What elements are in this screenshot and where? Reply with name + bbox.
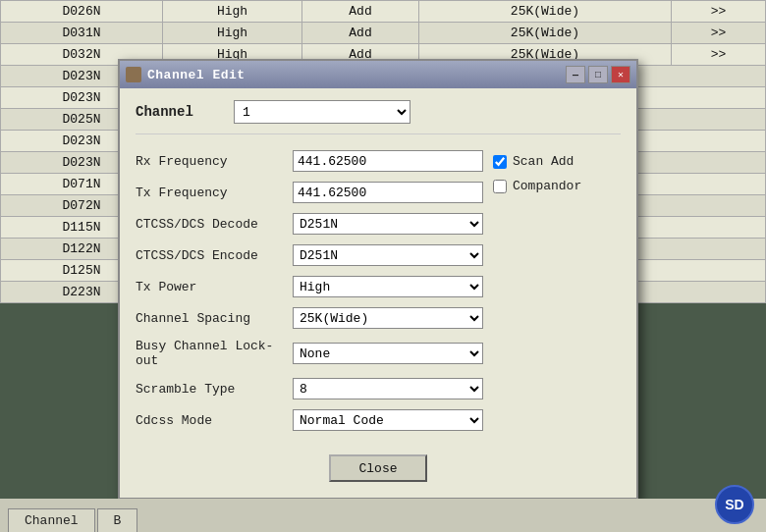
rx-frequency-label: Rx Frequency [136, 154, 293, 169]
main-content: Rx Frequency Tx Frequency CTCSS/DCS Deco… [136, 150, 621, 441]
compandor-checkbox[interactable] [493, 180, 507, 193]
tab-b[interactable]: B [97, 508, 138, 532]
rx-frequency-input[interactable] [293, 150, 483, 172]
ctcss-encode-row: CTCSS/DCS Encode D251N [136, 244, 483, 266]
tx-power-row: Tx Power High Low [136, 276, 483, 297]
title-bar: Channel Edit — □ ✕ [120, 61, 636, 88]
right-column: Scan Add Compandor [493, 150, 621, 441]
tx-power-select[interactable]: High Low [293, 276, 483, 297]
tab-bar: Channel B [0, 499, 766, 532]
compandor-row: Compandor [493, 179, 621, 193]
scan-add-row: Scan Add [493, 154, 621, 169]
tab-channel[interactable]: Channel [8, 508, 95, 532]
tx-frequency-label: Tx Frequency [136, 186, 293, 200]
scramble-type-label: Scramble Type [136, 382, 293, 397]
tx-power-label: Tx Power [136, 280, 293, 294]
tx-frequency-input[interactable] [293, 182, 483, 203]
close-button-area: Close [136, 454, 621, 482]
ctcss-decode-label: CTCSS/DCS Decode [136, 217, 293, 232]
channel-spacing-row: Channel Spacing 25K(Wide) 12.5K(Narrow) [136, 307, 483, 329]
scan-add-label: Scan Add [513, 154, 574, 169]
ctcss-encode-label: CTCSS/DCS Encode [136, 248, 293, 263]
cdcss-mode-row: Cdcss Mode Normal Code Invert Code [136, 409, 483, 431]
dialog-title: Channel Edit [147, 68, 246, 82]
cdcss-mode-select[interactable]: Normal Code Invert Code [293, 409, 483, 431]
dialog-body: Channel 1 2 3 Rx Frequency [120, 88, 636, 498]
close-window-button[interactable]: ✕ [611, 66, 630, 83]
maximize-button[interactable]: □ [588, 66, 608, 83]
close-button[interactable]: Close [329, 454, 427, 482]
scramble-type-select[interactable]: 8 123 [293, 378, 483, 399]
tx-frequency-row: Tx Frequency [136, 182, 483, 203]
busy-channel-row: Busy Channel Lock-out None Carrier CTCSS… [136, 339, 483, 368]
left-column: Rx Frequency Tx Frequency CTCSS/DCS Deco… [136, 150, 493, 441]
channel-spacing-label: Channel Spacing [136, 311, 293, 326]
ctcss-decode-row: CTCSS/DCS Decode D251N [136, 213, 483, 235]
compandor-label: Compandor [513, 179, 581, 193]
rx-frequency-row: Rx Frequency [136, 150, 483, 172]
channel-edit-dialog: Channel Edit — □ ✕ Channel 1 2 3 [118, 59, 638, 500]
dialog-icon [126, 67, 141, 82]
title-buttons: — □ ✕ [566, 66, 630, 83]
busy-channel-select[interactable]: None Carrier CTCSS/DCS [293, 343, 483, 364]
channel-row: Channel 1 2 3 [136, 100, 621, 134]
cdcss-mode-label: Cdcss Mode [136, 413, 293, 428]
scramble-type-row: Scramble Type 8 123 [136, 378, 483, 399]
modal-overlay: Channel Edit — □ ✕ Channel 1 2 3 [0, 0, 766, 532]
channel-label: Channel [136, 104, 234, 120]
minimize-button[interactable]: — [566, 66, 585, 83]
sd-badge: SD [715, 485, 754, 524]
channel-spacing-select[interactable]: 25K(Wide) 12.5K(Narrow) [293, 307, 483, 329]
busy-channel-label: Busy Channel Lock-out [136, 339, 293, 368]
channel-select[interactable]: 1 2 3 [234, 100, 410, 124]
ctcss-decode-select[interactable]: D251N [293, 213, 483, 235]
scan-add-checkbox[interactable] [493, 155, 507, 169]
ctcss-encode-select[interactable]: D251N [293, 244, 483, 266]
